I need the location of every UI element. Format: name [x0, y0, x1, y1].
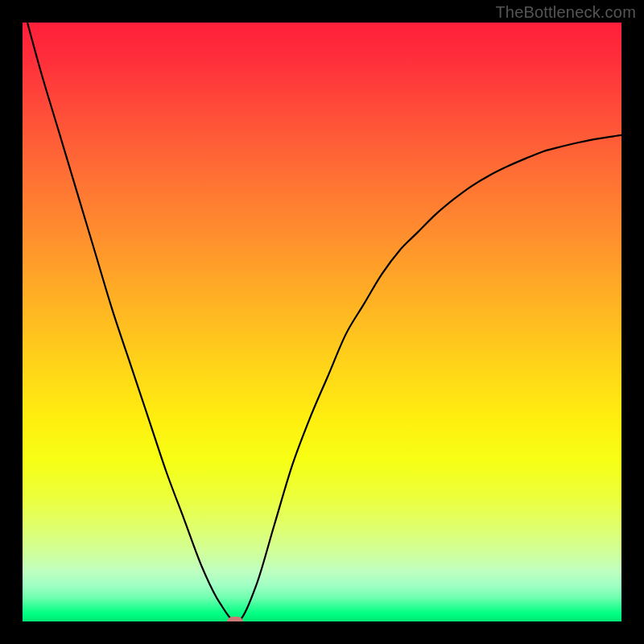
watermark-text: TheBottleneck.com — [495, 3, 636, 22]
chart-frame: TheBottleneck.com — [0, 0, 644, 644]
plot-area — [23, 23, 621, 621]
gradient-background — [23, 23, 621, 621]
optimal-marker — [227, 617, 243, 621]
